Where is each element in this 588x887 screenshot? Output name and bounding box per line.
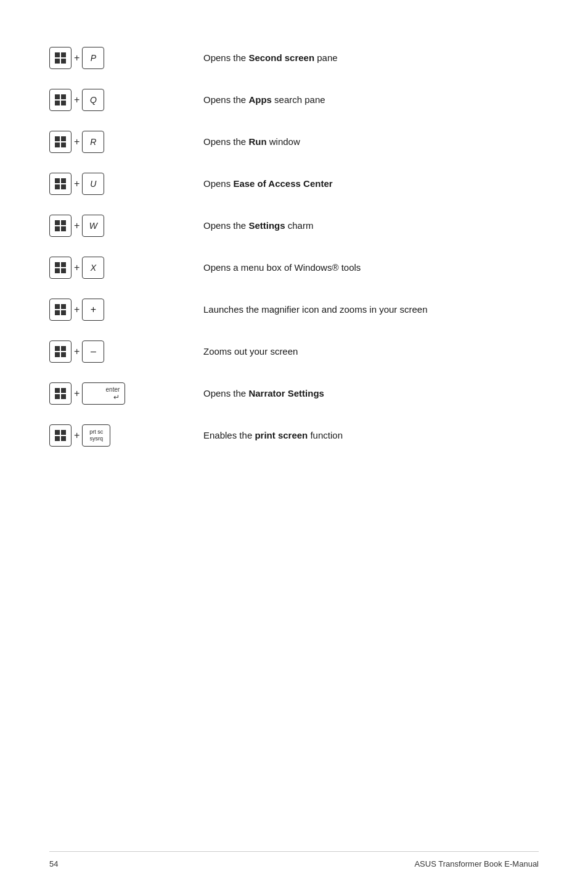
plus-sign: + xyxy=(74,52,80,64)
key-combo-win-w: + W xyxy=(49,215,185,237)
prtsc-label-top: prt sc xyxy=(89,429,103,435)
win-key xyxy=(49,424,71,447)
shortcut-row-win-prtsc: + prt sc sysrq Enables the print screen … xyxy=(49,415,539,456)
windows-icon xyxy=(55,346,66,357)
description-win-q: Opens the Apps search pane xyxy=(185,93,539,107)
description-win-p: Opens the Second screen pane xyxy=(185,51,539,65)
key-p: P xyxy=(82,47,104,69)
windows-icon xyxy=(55,52,66,64)
shortcut-row-win-r: + R Opens the Run window xyxy=(49,121,539,163)
key-r: R xyxy=(82,131,104,153)
description-win-enter: Opens the Narrator Settings xyxy=(185,387,539,401)
plus-sign: + xyxy=(74,262,80,273)
key-enter: enter ↵ xyxy=(82,382,125,405)
plus-sign: + xyxy=(74,136,80,147)
windows-icon xyxy=(55,220,66,231)
key-w: W xyxy=(82,215,104,237)
win-key xyxy=(49,89,71,111)
win-key xyxy=(49,173,71,195)
win-key xyxy=(49,382,71,405)
plus-sign: + xyxy=(74,178,80,189)
plus-sign: + xyxy=(74,94,80,105)
key-q: Q xyxy=(82,89,104,111)
key-prtsc: prt sc sysrq xyxy=(82,424,110,447)
description-win-plus: Launches the magnifier icon and zooms in… xyxy=(185,303,539,317)
key-combo-win-p: + P xyxy=(49,47,185,69)
key-combo-win-minus: + – xyxy=(49,340,185,363)
shortcut-row-win-minus: + – Zooms out your screen xyxy=(49,331,539,373)
key-combo-win-prtsc: + prt sc sysrq xyxy=(49,424,185,447)
plus-sign: + xyxy=(74,346,80,357)
plus-sign: + xyxy=(74,430,80,441)
windows-icon xyxy=(55,136,66,147)
windows-icon xyxy=(55,388,66,399)
shortcut-row-win-plus: + + Launches the magnifier icon and zoom… xyxy=(49,289,539,331)
key-equals: + xyxy=(82,299,104,321)
key-minus: – xyxy=(82,340,104,363)
prtsc-label-bottom: sysrq xyxy=(90,435,104,442)
plus-sign: + xyxy=(74,388,80,399)
windows-icon xyxy=(55,430,66,441)
windows-icon xyxy=(55,178,66,189)
windows-icon xyxy=(55,94,66,105)
footer-title: ASUS Transformer Book E-Manual xyxy=(414,859,539,868)
page-content: + P Opens the Second screen pane + Q Ope… xyxy=(0,0,588,506)
description-win-x: Opens a menu box of Windows® tools xyxy=(185,261,539,275)
shortcut-row-win-q: + Q Opens the Apps search pane xyxy=(49,79,539,121)
key-combo-win-q: + Q xyxy=(49,89,185,111)
key-combo-win-enter: + enter ↵ xyxy=(49,382,185,405)
windows-icon xyxy=(55,304,66,315)
plus-sign: + xyxy=(74,220,80,231)
description-win-minus: Zooms out your screen xyxy=(185,345,539,359)
key-combo-win-r: + R xyxy=(49,131,185,153)
key-u: U xyxy=(82,173,104,195)
description-win-r: Opens the Run window xyxy=(185,135,539,149)
windows-icon xyxy=(55,262,66,273)
shortcut-row-win-enter: + enter ↵ Opens the Narrator Settings xyxy=(49,373,539,415)
key-x: X xyxy=(82,257,104,279)
shortcut-row-win-p: + P Opens the Second screen pane xyxy=(49,37,539,79)
enter-arrow-icon: ↵ xyxy=(113,393,120,402)
enter-label: enter xyxy=(106,386,120,393)
shortcut-list: + P Opens the Second screen pane + Q Ope… xyxy=(49,37,539,456)
page-footer: 54 ASUS Transformer Book E-Manual xyxy=(0,851,588,868)
footer-page-number: 54 xyxy=(49,859,58,868)
key-combo-win-x: + X xyxy=(49,257,185,279)
key-combo-win-u: + U xyxy=(49,173,185,195)
win-key xyxy=(49,340,71,363)
description-win-w: Opens the Settings charm xyxy=(185,219,539,233)
plus-sign: + xyxy=(74,304,80,315)
description-win-prtsc: Enables the print screen function xyxy=(185,429,539,443)
shortcut-row-win-u: + U Opens Ease of Access Center xyxy=(49,163,539,205)
shortcut-row-win-w: + W Opens the Settings charm xyxy=(49,205,539,247)
key-combo-win-plus: + + xyxy=(49,299,185,321)
win-key xyxy=(49,257,71,279)
footer-line: 54 ASUS Transformer Book E-Manual xyxy=(49,851,539,868)
win-key xyxy=(49,47,71,69)
win-key xyxy=(49,215,71,237)
description-win-u: Opens Ease of Access Center xyxy=(185,177,539,191)
shortcut-row-win-x: + X Opens a menu box of Windows® tools xyxy=(49,247,539,289)
win-key xyxy=(49,131,71,153)
win-key xyxy=(49,299,71,321)
